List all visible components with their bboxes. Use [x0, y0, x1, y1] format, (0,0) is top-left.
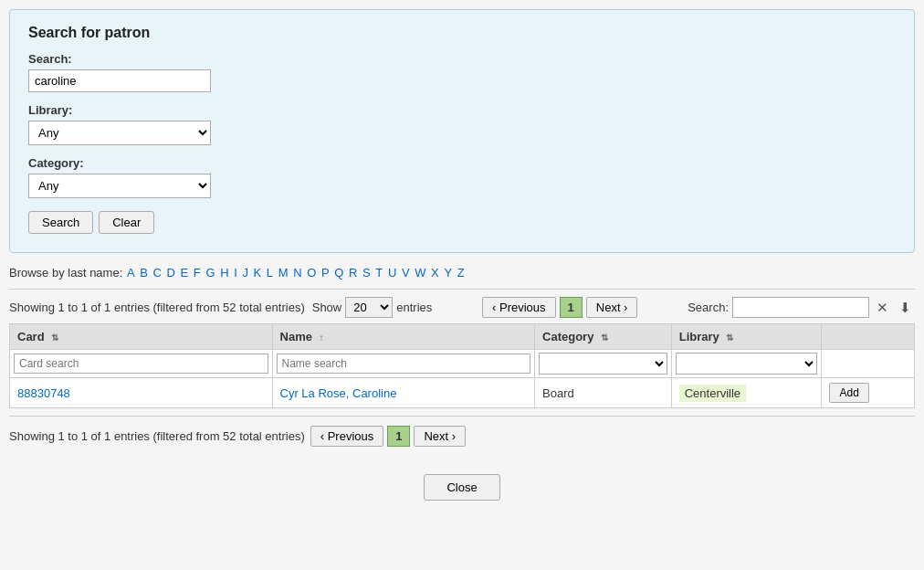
search-panel: Search for patron Search: Library: Any C… — [9, 9, 915, 253]
clear-button[interactable]: Clear — [99, 211, 154, 234]
browse-letter-e[interactable]: E — [181, 266, 189, 280]
show-entries: Show 10 20 50 100 entries — [312, 297, 433, 318]
table-header-row: Card ⇅ Name ↑ Category ⇅ Library ⇅ — [10, 324, 915, 350]
browse-letter-c[interactable]: C — [153, 266, 162, 280]
column-header-actions — [822, 324, 915, 350]
search-button-row: Search Clear — [28, 211, 896, 234]
search-input[interactable] — [28, 69, 211, 92]
left-controls: Showing 1 to 1 of 1 entries (filtered fr… — [9, 297, 432, 318]
close-button[interactable]: Close — [424, 474, 499, 501]
clear-search-icon[interactable]: ✕ — [873, 298, 892, 318]
divider-bottom — [9, 416, 915, 417]
library-badge: Centerville — [679, 385, 746, 402]
browse-letter-m[interactable]: M — [278, 266, 289, 280]
browse-letter-z[interactable]: Z — [457, 266, 465, 280]
table-search-right: Search: ✕ ⬇ — [688, 297, 915, 318]
download-icon[interactable]: ⬇ — [896, 298, 915, 318]
browse-letter-d[interactable]: D — [167, 266, 175, 280]
browse-letter-q[interactable]: Q — [334, 266, 343, 280]
patron-name-link[interactable]: Cyr La Rose, Caroline — [280, 386, 397, 400]
search-field-group: Search: — [28, 52, 896, 92]
column-header-card[interactable]: Card ⇅ — [10, 324, 273, 350]
filter-library-cell: Centerville — [671, 350, 822, 378]
panel-title: Search for patron — [28, 25, 896, 41]
filter-name-cell — [272, 350, 535, 378]
browse-letter-l[interactable]: L — [267, 266, 273, 280]
column-header-category[interactable]: Category ⇅ — [535, 324, 672, 350]
add-patron-button[interactable]: Add — [829, 383, 868, 403]
table-search-label: Search: — [688, 301, 729, 314]
sort-arrow-card: ⇅ — [51, 332, 58, 343]
browse-letter-g[interactable]: G — [205, 266, 215, 280]
library-filter-select[interactable]: Centerville — [676, 353, 818, 375]
browse-letter-w[interactable]: W — [415, 266, 425, 280]
pagination-bottom: ‹ Previous 1 Next › — [310, 426, 466, 447]
table-filter-row: Board Adult Centerville — [10, 350, 915, 378]
row-name: Cyr La Rose, Caroline — [272, 378, 535, 408]
browse-row: Browse by last name: A B C D E F G H I J… — [9, 266, 915, 280]
row-library: Centerville — [671, 378, 822, 408]
name-search-input[interactable] — [277, 354, 531, 374]
search-label: Search: — [28, 52, 896, 66]
category-label: Category: — [28, 156, 896, 170]
library-field-group: Library: Any Centerville Downtown Eastsi… — [28, 103, 896, 145]
table-top-controls: Showing 1 to 1 of 1 entries (filtered fr… — [9, 297, 915, 318]
table-bottom-controls: Showing 1 to 1 of 1 entries (filtered fr… — [9, 426, 915, 447]
close-row: Close — [9, 474, 915, 501]
browse-letter-b[interactable]: B — [140, 266, 148, 280]
search-button[interactable]: Search — [28, 211, 93, 234]
row-card: 88830748 — [10, 378, 273, 408]
previous-button-top[interactable]: ‹ Previous — [482, 297, 556, 318]
next-button-bottom[interactable]: Next › — [414, 426, 466, 447]
entries-label: entries — [396, 301, 432, 314]
browse-letter-s[interactable]: S — [362, 266, 371, 280]
sort-arrow-category: ⇅ — [601, 332, 608, 343]
sort-arrow-library: ⇅ — [726, 332, 733, 343]
filter-actions-cell — [822, 350, 915, 378]
category-field-group: Category: Any Adult Child Senior — [28, 156, 896, 198]
browse-letter-t[interactable]: T — [375, 266, 383, 280]
browse-letter-i[interactable]: I — [234, 266, 237, 280]
browse-label: Browse by last name: — [9, 266, 122, 280]
browse-letter-f[interactable]: F — [194, 266, 201, 280]
browse-letter-x[interactable]: X — [431, 266, 439, 280]
category-filter-select[interactable]: Board Adult — [539, 353, 667, 375]
table-row: 88830748 Cyr La Rose, Caroline Board Cen… — [10, 378, 915, 408]
current-page-top: 1 — [560, 297, 583, 318]
card-search-input[interactable] — [14, 354, 268, 374]
browse-letter-v[interactable]: V — [402, 266, 410, 280]
browse-letter-h[interactable]: H — [220, 266, 228, 280]
browse-letter-o[interactable]: O — [307, 266, 316, 280]
browse-letters: A B C D E F G H I J K L M N O P Q R S T … — [126, 266, 466, 280]
library-select[interactable]: Any Centerville Downtown Eastside — [28, 121, 211, 145]
browse-letter-y[interactable]: Y — [444, 266, 452, 280]
browse-letter-j[interactable]: J — [242, 266, 248, 280]
column-name-label: Name — [280, 330, 312, 343]
column-category-label: Category — [542, 330, 593, 343]
next-button-top[interactable]: Next › — [586, 297, 638, 318]
patron-card-link[interactable]: 88830748 — [17, 386, 70, 400]
browse-letter-u[interactable]: U — [388, 266, 396, 280]
browse-letter-p[interactable]: P — [321, 266, 330, 280]
row-category: Board — [535, 378, 672, 408]
showing-text-top: Showing 1 to 1 of 1 entries (filtered fr… — [9, 301, 305, 314]
column-card-label: Card — [17, 330, 45, 343]
current-page-bottom: 1 — [387, 426, 410, 447]
entries-per-page-select[interactable]: 10 20 50 100 — [345, 297, 393, 318]
previous-button-bottom[interactable]: ‹ Previous — [310, 426, 384, 447]
column-library-label: Library — [679, 330, 719, 343]
browse-letter-a[interactable]: A — [127, 266, 135, 280]
patron-table: Card ⇅ Name ↑ Category ⇅ Library ⇅ — [9, 323, 915, 408]
browse-letter-n[interactable]: N — [293, 266, 301, 280]
library-label: Library: — [28, 103, 896, 117]
browse-letter-r[interactable]: R — [349, 266, 357, 280]
category-select[interactable]: Any Adult Child Senior — [28, 174, 211, 198]
filter-category-cell: Board Adult — [535, 350, 672, 378]
table-search-input[interactable] — [732, 297, 869, 318]
column-header-name[interactable]: Name ↑ — [272, 324, 535, 350]
pagination-top: ‹ Previous 1 Next › — [482, 297, 637, 318]
row-actions: Add — [822, 378, 915, 408]
show-label: Show — [312, 301, 342, 314]
browse-letter-k[interactable]: K — [254, 266, 262, 280]
column-header-library[interactable]: Library ⇅ — [671, 324, 822, 350]
